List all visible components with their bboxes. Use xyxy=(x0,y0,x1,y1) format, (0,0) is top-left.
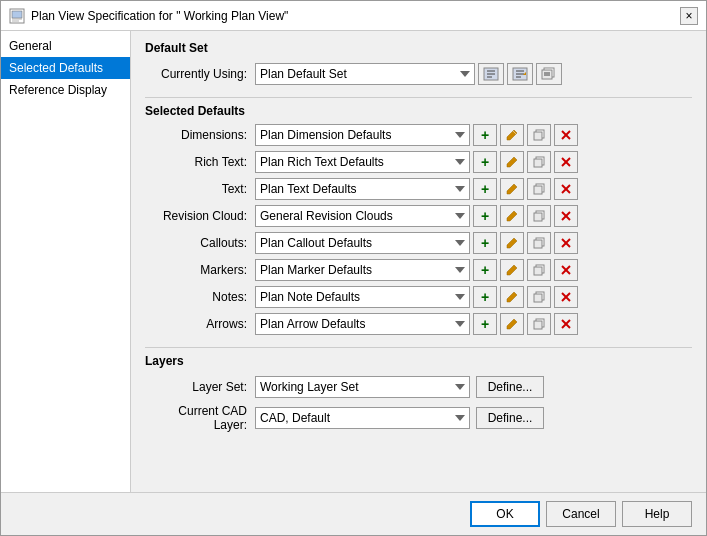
revision-cloud-select[interactable]: General Revision Clouds xyxy=(255,205,470,227)
footer: OK Cancel Help xyxy=(1,492,706,535)
main-window: Plan View Specification for " Working Pl… xyxy=(0,0,707,536)
callouts-row: Callouts: Plan Callout Defaults + xyxy=(145,232,692,254)
text-delete-btn[interactable] xyxy=(554,178,578,200)
rich-text-select[interactable]: Plan Rich Text Defaults xyxy=(255,151,470,173)
text-copy-btn[interactable] xyxy=(527,178,551,200)
window-icon xyxy=(9,8,25,24)
title-bar-left: Plan View Specification for " Working Pl… xyxy=(9,8,288,24)
rich-text-row: Rich Text: Plan Rich Text Defaults + xyxy=(145,151,692,173)
layer-set-row: Layer Set: Working Layer Set Define... xyxy=(145,376,692,398)
svg-rect-19 xyxy=(534,132,542,140)
window-title: Plan View Specification for " Working Pl… xyxy=(31,9,288,23)
layer-set-select[interactable]: Working Layer Set xyxy=(255,376,470,398)
new-set-icon xyxy=(483,67,499,81)
current-cad-layer-row: Current CAD Layer: CAD, Default Define..… xyxy=(145,404,692,432)
arrows-copy-btn[interactable] xyxy=(527,313,551,335)
sidebar: General Selected Defaults Reference Disp… xyxy=(1,31,131,492)
currently-using-select[interactable]: Plan Default Set xyxy=(255,63,475,85)
current-cad-layer-select[interactable]: CAD, Default xyxy=(255,407,470,429)
sidebar-item-selected-defaults[interactable]: Selected Defaults xyxy=(1,57,130,79)
svg-rect-1 xyxy=(12,11,22,18)
svg-rect-35 xyxy=(534,240,542,248)
copy-set-icon xyxy=(541,67,557,81)
svg-rect-43 xyxy=(534,294,542,302)
arrows-row: Arrows: Plan Arrow Defaults + xyxy=(145,313,692,335)
text-edit-btn[interactable] xyxy=(500,178,524,200)
revision-cloud-add-btn[interactable]: + xyxy=(473,205,497,227)
notes-add-btn[interactable]: + xyxy=(473,286,497,308)
toolbar-icon-1[interactable] xyxy=(478,63,504,85)
default-set-section: Default Set Currently Using: Plan Defaul… xyxy=(145,41,692,85)
markers-edit-btn[interactable] xyxy=(500,259,524,281)
title-bar: Plan View Specification for " Working Pl… xyxy=(1,1,706,31)
close-button[interactable]: × xyxy=(680,7,698,25)
arrows-delete-btn[interactable] xyxy=(554,313,578,335)
dimensions-copy-btn[interactable] xyxy=(527,124,551,146)
sidebar-item-general[interactable]: General xyxy=(1,35,130,57)
arrows-select[interactable]: Plan Arrow Defaults xyxy=(255,313,470,335)
toolbar-icon-2[interactable] xyxy=(507,63,533,85)
layer-set-label: Layer Set: xyxy=(145,380,255,394)
text-label: Text: xyxy=(145,182,255,196)
markers-delete-btn[interactable] xyxy=(554,259,578,281)
currently-using-label: Currently Using: xyxy=(145,67,255,81)
edit-set-icon xyxy=(512,67,528,81)
notes-edit-btn[interactable] xyxy=(500,286,524,308)
dimensions-select[interactable]: Plan Dimension Defaults xyxy=(255,124,470,146)
markers-select[interactable]: Plan Marker Defaults xyxy=(255,259,470,281)
revision-cloud-label: Revision Cloud: xyxy=(145,209,255,223)
main-panel: Default Set Currently Using: Plan Defaul… xyxy=(131,31,706,492)
markers-add-btn[interactable]: + xyxy=(473,259,497,281)
arrows-add-btn[interactable]: + xyxy=(473,313,497,335)
dimensions-row: Dimensions: Plan Dimension Defaults + xyxy=(145,124,692,146)
cancel-button[interactable]: Cancel xyxy=(546,501,616,527)
divider-1 xyxy=(145,97,692,98)
markers-row: Markers: Plan Marker Defaults + xyxy=(145,259,692,281)
callouts-delete-btn[interactable] xyxy=(554,232,578,254)
layer-set-define-btn[interactable]: Define... xyxy=(476,376,544,398)
current-cad-layer-label: Current CAD Layer: xyxy=(145,404,255,432)
arrows-edit-btn[interactable] xyxy=(500,313,524,335)
selected-defaults-title: Selected Defaults xyxy=(145,104,692,118)
svg-rect-23 xyxy=(534,159,542,167)
help-button[interactable]: Help xyxy=(622,501,692,527)
callouts-copy-btn[interactable] xyxy=(527,232,551,254)
divider-2 xyxy=(145,347,692,348)
dimensions-edit-btn[interactable] xyxy=(500,124,524,146)
sidebar-item-reference-display[interactable]: Reference Display xyxy=(1,79,130,101)
callouts-label: Callouts: xyxy=(145,236,255,250)
rich-text-delete-btn[interactable] xyxy=(554,151,578,173)
revision-cloud-copy-btn[interactable] xyxy=(527,205,551,227)
rich-text-add-btn[interactable]: + xyxy=(473,151,497,173)
revision-cloud-row: Revision Cloud: General Revision Clouds … xyxy=(145,205,692,227)
revision-cloud-edit-btn[interactable] xyxy=(500,205,524,227)
dimensions-delete-btn[interactable] xyxy=(554,124,578,146)
svg-rect-27 xyxy=(534,186,542,194)
text-add-btn[interactable]: + xyxy=(473,178,497,200)
ok-button[interactable]: OK xyxy=(470,501,540,527)
text-row: Text: Plan Text Defaults + xyxy=(145,178,692,200)
toolbar-icon-3[interactable] xyxy=(536,63,562,85)
content-area: General Selected Defaults Reference Disp… xyxy=(1,31,706,492)
dimensions-add-btn[interactable]: + xyxy=(473,124,497,146)
markers-label: Markers: xyxy=(145,263,255,277)
selected-defaults-section: Selected Defaults Dimensions: Plan Dimen… xyxy=(145,104,692,335)
notes-row: Notes: Plan Note Defaults + xyxy=(145,286,692,308)
callouts-edit-btn[interactable] xyxy=(500,232,524,254)
current-cad-layer-define-btn[interactable]: Define... xyxy=(476,407,544,429)
svg-rect-31 xyxy=(534,213,542,221)
notes-label: Notes: xyxy=(145,290,255,304)
layers-title: Layers xyxy=(145,354,692,368)
notes-select[interactable]: Plan Note Defaults xyxy=(255,286,470,308)
notes-copy-btn[interactable] xyxy=(527,286,551,308)
callouts-select[interactable]: Plan Callout Defaults xyxy=(255,232,470,254)
rich-text-edit-btn[interactable] xyxy=(500,151,524,173)
text-select[interactable]: Plan Text Defaults xyxy=(255,178,470,200)
callouts-add-btn[interactable]: + xyxy=(473,232,497,254)
rich-text-label: Rich Text: xyxy=(145,155,255,169)
revision-cloud-delete-btn[interactable] xyxy=(554,205,578,227)
dimensions-label: Dimensions: xyxy=(145,128,255,142)
rich-text-copy-btn[interactable] xyxy=(527,151,551,173)
notes-delete-btn[interactable] xyxy=(554,286,578,308)
markers-copy-btn[interactable] xyxy=(527,259,551,281)
